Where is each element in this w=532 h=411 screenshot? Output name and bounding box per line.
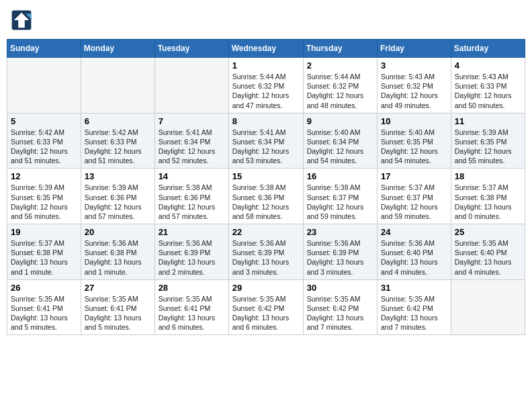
cell-sun-info: Sunrise: 5:36 AM Sunset: 6:39 PM Dayligh… [232, 238, 300, 277]
day-number: 16 [307, 171, 373, 181]
calendar-cell: 8Sunrise: 5:41 AM Sunset: 6:34 PM Daylig… [228, 113, 303, 169]
cell-sun-info: Sunrise: 5:42 AM Sunset: 6:33 PM Dayligh… [85, 128, 151, 166]
day-number: 20 [85, 227, 151, 237]
calendar-cell [7, 58, 81, 113]
weekday-header-thursday: Thursday [303, 40, 377, 58]
day-number: 7 [159, 116, 225, 126]
calendar-table: SundayMondayTuesdayWednesdayThursdayFrid… [7, 39, 525, 335]
day-number: 23 [307, 227, 373, 237]
calendar-cell: 6Sunrise: 5:42 AM Sunset: 6:33 PM Daylig… [81, 113, 154, 169]
cell-sun-info: Sunrise: 5:35 AM Sunset: 6:42 PM Dayligh… [307, 294, 373, 332]
calendar-week-3: 12Sunrise: 5:39 AM Sunset: 6:35 PM Dayli… [7, 169, 525, 224]
calendar-cell: 5Sunrise: 5:42 AM Sunset: 6:33 PM Daylig… [7, 113, 81, 169]
calendar-cell: 26Sunrise: 5:35 AM Sunset: 6:41 PM Dayli… [7, 279, 81, 335]
weekday-header-sunday: Sunday [7, 40, 81, 58]
calendar-cell [154, 58, 228, 113]
cell-sun-info: Sunrise: 5:38 AM Sunset: 6:36 PM Dayligh… [232, 183, 300, 221]
cell-sun-info: Sunrise: 5:35 AM Sunset: 6:40 PM Dayligh… [455, 238, 521, 277]
calendar-cell: 7Sunrise: 5:41 AM Sunset: 6:34 PM Daylig… [154, 113, 228, 169]
logo-icon [11, 9, 32, 31]
calendar-cell: 22Sunrise: 5:36 AM Sunset: 6:39 PM Dayli… [228, 224, 303, 280]
day-number: 31 [381, 283, 447, 293]
calendar-cell: 29Sunrise: 5:35 AM Sunset: 6:42 PM Dayli… [228, 279, 303, 335]
cell-sun-info: Sunrise: 5:35 AM Sunset: 6:41 PM Dayligh… [159, 294, 225, 332]
cell-sun-info: Sunrise: 5:39 AM Sunset: 6:35 PM Dayligh… [455, 128, 521, 166]
calendar-cell: 1Sunrise: 5:44 AM Sunset: 6:32 PM Daylig… [228, 58, 303, 113]
calendar-cell: 9Sunrise: 5:40 AM Sunset: 6:34 PM Daylig… [303, 113, 377, 169]
cell-sun-info: Sunrise: 5:38 AM Sunset: 6:37 PM Dayligh… [307, 183, 373, 221]
cell-sun-info: Sunrise: 5:41 AM Sunset: 6:34 PM Dayligh… [159, 128, 225, 166]
cell-sun-info: Sunrise: 5:37 AM Sunset: 6:38 PM Dayligh… [11, 238, 77, 277]
day-number: 14 [159, 171, 225, 181]
day-number: 2 [307, 60, 373, 71]
cell-sun-info: Sunrise: 5:43 AM Sunset: 6:33 PM Dayligh… [455, 72, 521, 110]
day-number: 24 [381, 227, 447, 237]
cell-sun-info: Sunrise: 5:44 AM Sunset: 6:32 PM Dayligh… [232, 72, 300, 110]
day-number: 5 [11, 116, 77, 126]
day-number: 26 [11, 283, 77, 293]
day-number: 18 [455, 171, 521, 181]
day-number: 25 [455, 227, 521, 237]
weekday-header-wednesday: Wednesday [228, 40, 303, 58]
calendar-cell: 12Sunrise: 5:39 AM Sunset: 6:35 PM Dayli… [7, 169, 81, 224]
calendar-cell: 2Sunrise: 5:44 AM Sunset: 6:32 PM Daylig… [303, 58, 377, 113]
day-number: 17 [381, 171, 447, 181]
cell-sun-info: Sunrise: 5:36 AM Sunset: 6:38 PM Dayligh… [85, 238, 151, 277]
cell-sun-info: Sunrise: 5:40 AM Sunset: 6:35 PM Dayligh… [381, 128, 447, 166]
calendar-cell: 19Sunrise: 5:37 AM Sunset: 6:38 PM Dayli… [7, 224, 81, 280]
day-number: 11 [455, 116, 521, 126]
calendar-cell [81, 58, 154, 113]
day-number: 9 [307, 116, 373, 126]
calendar-week-1: 1Sunrise: 5:44 AM Sunset: 6:32 PM Daylig… [7, 58, 525, 113]
day-number: 19 [11, 227, 77, 237]
day-number: 4 [455, 60, 521, 71]
cell-sun-info: Sunrise: 5:36 AM Sunset: 6:39 PM Dayligh… [307, 238, 373, 277]
logo [11, 9, 35, 31]
calendar-cell [451, 279, 525, 335]
cell-sun-info: Sunrise: 5:36 AM Sunset: 6:39 PM Dayligh… [159, 238, 225, 277]
day-number: 10 [381, 116, 447, 126]
calendar-cell: 13Sunrise: 5:39 AM Sunset: 6:36 PM Dayli… [81, 169, 154, 224]
calendar-week-5: 26Sunrise: 5:35 AM Sunset: 6:41 PM Dayli… [7, 279, 525, 335]
calendar-cell: 30Sunrise: 5:35 AM Sunset: 6:42 PM Dayli… [303, 279, 377, 335]
cell-sun-info: Sunrise: 5:41 AM Sunset: 6:34 PM Dayligh… [232, 128, 300, 166]
calendar-cell: 14Sunrise: 5:38 AM Sunset: 6:36 PM Dayli… [154, 169, 228, 224]
cell-sun-info: Sunrise: 5:35 AM Sunset: 6:42 PM Dayligh… [232, 294, 300, 332]
cell-sun-info: Sunrise: 5:42 AM Sunset: 6:33 PM Dayligh… [11, 128, 77, 166]
day-number: 27 [85, 283, 151, 293]
cell-sun-info: Sunrise: 5:40 AM Sunset: 6:34 PM Dayligh… [307, 128, 373, 166]
calendar-cell: 18Sunrise: 5:37 AM Sunset: 6:38 PM Dayli… [451, 169, 525, 224]
calendar-cell: 10Sunrise: 5:40 AM Sunset: 6:35 PM Dayli… [378, 113, 451, 169]
calendar-cell: 28Sunrise: 5:35 AM Sunset: 6:41 PM Dayli… [154, 279, 228, 335]
day-number: 22 [232, 227, 300, 237]
day-number: 12 [11, 171, 77, 181]
cell-sun-info: Sunrise: 5:38 AM Sunset: 6:36 PM Dayligh… [159, 183, 225, 221]
day-number: 3 [381, 60, 447, 71]
day-number: 30 [307, 283, 373, 293]
calendar-cell: 21Sunrise: 5:36 AM Sunset: 6:39 PM Dayli… [154, 224, 228, 280]
calendar-cell: 3Sunrise: 5:43 AM Sunset: 6:32 PM Daylig… [378, 58, 451, 113]
day-number: 6 [85, 116, 151, 126]
day-number: 15 [232, 171, 300, 181]
calendar-cell: 17Sunrise: 5:37 AM Sunset: 6:37 PM Dayli… [378, 169, 451, 224]
calendar-cell: 20Sunrise: 5:36 AM Sunset: 6:38 PM Dayli… [81, 224, 154, 280]
weekday-header-tuesday: Tuesday [154, 40, 228, 58]
day-number: 28 [159, 283, 225, 293]
calendar-cell: 23Sunrise: 5:36 AM Sunset: 6:39 PM Dayli… [303, 224, 377, 280]
cell-sun-info: Sunrise: 5:35 AM Sunset: 6:41 PM Dayligh… [85, 294, 151, 332]
page-header [7, 7, 525, 34]
day-number: 21 [159, 227, 225, 237]
calendar-cell: 16Sunrise: 5:38 AM Sunset: 6:37 PM Dayli… [303, 169, 377, 224]
day-number: 8 [232, 116, 300, 126]
weekday-header-row: SundayMondayTuesdayWednesdayThursdayFrid… [7, 40, 525, 58]
cell-sun-info: Sunrise: 5:37 AM Sunset: 6:38 PM Dayligh… [455, 183, 521, 221]
weekday-header-saturday: Saturday [451, 40, 525, 58]
calendar-week-2: 5Sunrise: 5:42 AM Sunset: 6:33 PM Daylig… [7, 113, 525, 169]
calendar-cell: 31Sunrise: 5:35 AM Sunset: 6:42 PM Dayli… [378, 279, 451, 335]
weekday-header-friday: Friday [378, 40, 451, 58]
cell-sun-info: Sunrise: 5:44 AM Sunset: 6:32 PM Dayligh… [307, 72, 373, 110]
cell-sun-info: Sunrise: 5:35 AM Sunset: 6:41 PM Dayligh… [11, 294, 77, 332]
cell-sun-info: Sunrise: 5:35 AM Sunset: 6:42 PM Dayligh… [381, 294, 447, 332]
calendar-cell: 25Sunrise: 5:35 AM Sunset: 6:40 PM Dayli… [451, 224, 525, 280]
calendar-cell: 24Sunrise: 5:36 AM Sunset: 6:40 PM Dayli… [378, 224, 451, 280]
